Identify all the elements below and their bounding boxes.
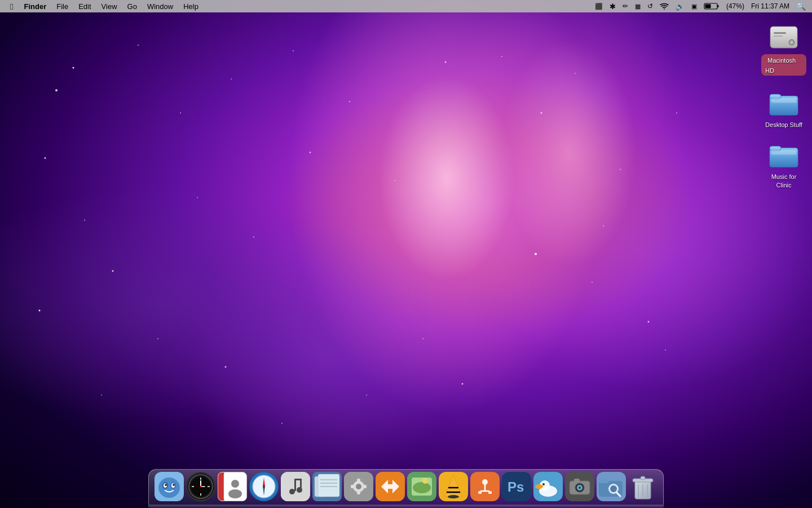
window-menu[interactable]: Window [142, 0, 178, 12]
dock-iphoto[interactable] [565, 472, 594, 501]
svg-point-8 [112, 270, 114, 272]
dock-safari[interactable] [249, 472, 279, 501]
stickies-icon [312, 472, 342, 501]
svg-point-115 [535, 484, 543, 489]
battery-display-icon[interactable]: ▣ [690, 0, 699, 12]
dock-picture-viewer[interactable] [407, 472, 436, 501]
svg-rect-108 [478, 491, 482, 494]
spotlight-icon[interactable]: 🔍 [795, 0, 807, 12]
dock-cyberduck[interactable] [533, 472, 563, 501]
svg-point-27 [366, 395, 367, 396]
svg-rect-81 [318, 474, 339, 497]
svg-point-26 [281, 423, 283, 424]
svg-rect-34 [717, 5, 719, 7]
dock-squeeze[interactable] [376, 472, 405, 501]
svg-point-22 [665, 349, 666, 351]
bluetooth-icon[interactable]: ✱ [608, 0, 617, 12]
svg-rect-37 [774, 32, 786, 34]
svg-point-39 [789, 40, 795, 45]
dock: Ps [148, 469, 664, 505]
squeeze-icon [376, 472, 405, 501]
macintosh-hd-image [769, 23, 798, 52]
svg-point-32 [603, 225, 604, 226]
dock-shelf [148, 505, 664, 508]
svg-point-105 [482, 479, 488, 485]
svg-rect-42 [771, 98, 796, 103]
svg-point-62 [200, 486, 202, 488]
svg-point-7 [84, 220, 85, 221]
menubar-left:  Finder File Edit View Go Window Help [0, 0, 204, 12]
dock-photoshop[interactable]: Ps [502, 472, 531, 501]
edit-menu[interactable]: Edit [73, 0, 96, 12]
screen-icon[interactable]: ⬛ [593, 0, 604, 12]
svg-point-2 [180, 112, 181, 113]
systemprefs-icon [344, 472, 373, 501]
photoshop-icon: Ps [502, 472, 531, 501]
svg-rect-125 [599, 479, 609, 483]
stylus-icon[interactable]: ✏ [621, 0, 630, 12]
apple-menu[interactable]:  [5, 0, 19, 12]
desktop-stuff-icon[interactable]: Desktop Stuff [761, 89, 806, 129]
dock-trash[interactable] [628, 472, 657, 501]
vlc-icon [439, 472, 468, 501]
svg-point-28 [422, 338, 423, 339]
svg-point-74 [289, 489, 295, 494]
dock-addressbook[interactable] [218, 472, 247, 501]
svg-point-13 [394, 180, 395, 181]
svg-text:Ps: Ps [508, 479, 524, 494]
menubar:  Finder File Edit View Go Window Help ⬛… [0, 0, 812, 12]
svg-point-116 [542, 483, 545, 485]
svg-point-18 [535, 253, 537, 255]
addressbook-icon [218, 472, 247, 501]
help-menu[interactable]: Help [178, 0, 204, 12]
svg-point-24 [101, 395, 102, 396]
macintosh-hd-icon[interactable]: Macintosh HD [761, 23, 806, 77]
dock-finder2[interactable] [597, 472, 626, 501]
view-menu[interactable]: View [96, 0, 122, 12]
volume-icon[interactable]: 🔈 [674, 0, 686, 12]
svg-rect-91 [362, 485, 367, 488]
music-for-clinic-icon[interactable]: Music for Clinic [761, 141, 806, 190]
svg-rect-76 [294, 479, 296, 491]
svg-point-29 [462, 383, 464, 385]
wifi-icon[interactable] [658, 0, 670, 12]
svg-point-4 [231, 78, 232, 80]
macintosh-hd-label: Macintosh HD [765, 56, 796, 75]
finder2-icon [597, 472, 626, 501]
finder-menu[interactable]: Finder [19, 0, 51, 12]
timemachine-icon[interactable]: ↺ [646, 0, 655, 12]
iphoto-icon [565, 472, 594, 501]
svg-point-6 [39, 310, 41, 312]
music-for-clinic-label: Music for Clinic [761, 172, 806, 190]
svg-point-96 [413, 482, 431, 493]
dock-itunes[interactable] [281, 472, 310, 501]
dock-stickies[interactable] [312, 472, 342, 501]
desktop:  Finder File Edit View Go Window Help ⬛… [0, 0, 812, 508]
dock-container: Ps [148, 469, 664, 508]
go-menu[interactable]: Go [122, 0, 142, 12]
svg-point-21 [676, 112, 677, 113]
dock-finder[interactable] [155, 472, 184, 501]
svg-rect-35 [705, 5, 710, 8]
finder-icon [155, 472, 184, 501]
svg-point-0 [73, 67, 74, 69]
dock-vlc[interactable] [439, 472, 468, 501]
svg-point-14 [501, 56, 502, 57]
usb-icon [470, 472, 500, 501]
svg-point-11 [310, 152, 311, 154]
desktop-stuff-image [769, 89, 798, 118]
svg-point-17 [620, 169, 621, 170]
dock-usb[interactable] [470, 472, 500, 501]
svg-point-1 [138, 45, 139, 46]
clock-icon [186, 472, 215, 501]
dashboard-icon[interactable]: ▦ [633, 0, 642, 12]
svg-point-16 [575, 73, 576, 74]
svg-point-10 [253, 237, 254, 238]
battery-percent-text: (47%) [725, 0, 746, 12]
battery-icon[interactable] [702, 0, 721, 12]
svg-rect-41 [770, 94, 781, 99]
dock-clock[interactable] [186, 472, 215, 501]
file-menu[interactable]: File [51, 0, 73, 12]
dock-systemprefs[interactable] [344, 472, 373, 501]
svg-point-67 [228, 489, 242, 498]
